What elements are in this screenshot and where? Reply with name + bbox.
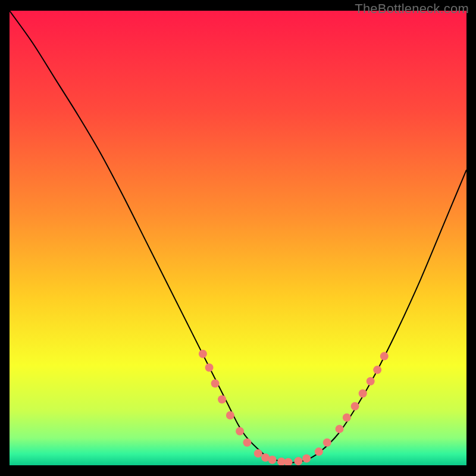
curve-marker [343,414,351,422]
curve-marker [218,395,226,403]
curve-marker [336,425,344,433]
curve-marker [380,352,389,361]
curve-marker [373,366,381,374]
bottleneck-curve [10,11,466,463]
curve-marker [315,447,323,456]
curve-marker [226,411,234,419]
curve-marker [211,380,220,388]
curve-marker [351,402,359,411]
curve-marker [359,389,367,397]
curve-marker [367,377,375,386]
curve-marker [284,458,293,465]
chart-canvas: TheBottleneck.com [0,0,476,476]
curve-marker [205,364,214,372]
curve-marker [243,439,251,447]
curve-marker [268,456,277,464]
plot-area [10,11,466,465]
curve-marker [199,350,207,358]
watermark-text: TheBottleneck.com [355,1,469,17]
curve-marker [236,427,244,436]
curve-layer [10,11,466,465]
curve-marker [254,449,262,458]
curve-marker [323,439,331,447]
curve-markers [199,350,389,465]
curve-marker [302,455,311,463]
curve-marker [294,457,302,465]
